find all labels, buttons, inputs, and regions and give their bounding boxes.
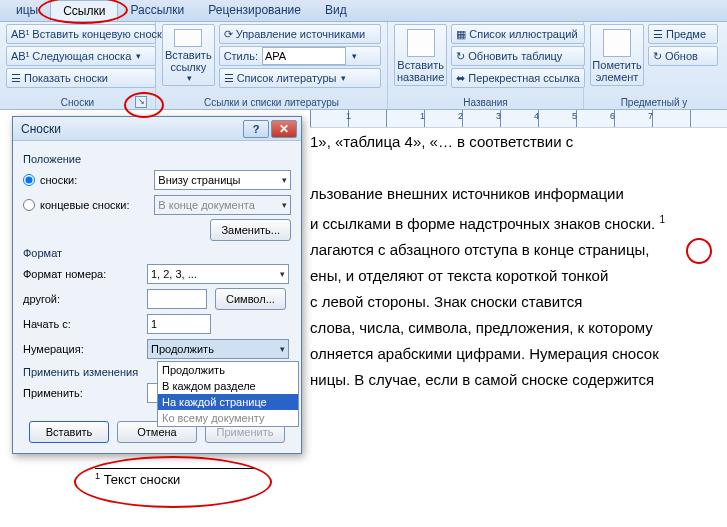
bibliography-button[interactable]: ☰Список литературы▾ [219,68,381,88]
doc-line: ены, и отделяют от текста короткой тонко… [310,264,720,288]
tab-review[interactable]: Рецензирование [196,0,313,21]
insert-button[interactable]: Вставить [29,421,109,443]
radio-footnotes-label: сноски: [40,174,154,186]
chevron-down-icon: ▾ [136,51,141,61]
number-format-select[interactable]: 1, 2, 3, ...▾ [147,264,289,284]
ribbon-tabs: ицы Ссылки Рассылки Рецензирование Вид [0,0,727,22]
endnote-location-select: В конце документа▾ [154,195,291,215]
manage-sources-button[interactable]: ⟳Управление источниками [219,24,381,44]
dialog-title: Сноски [21,122,241,136]
caption-icon [407,29,435,57]
book-icon [174,29,202,47]
show-footnotes-button[interactable]: ☰Показать сноски [6,68,156,88]
footnotes-dialog: Сноски ? ✕ Положение сноски: Внизу стран… [12,116,302,454]
help-button[interactable]: ? [243,120,269,138]
refresh-icon: ↻ [653,50,662,63]
chevron-down-icon: ▾ [282,175,287,185]
apply-to-label: Применить: [23,387,147,399]
footnote-area[interactable]: 1 Текст сноски [95,468,305,488]
group-captions: Вставить название ▦Список иллюстраций ↻О… [388,22,584,109]
doc-line: лагаются с абзацного отступа в конце стр… [310,238,720,262]
doc-line: олняется арабскими цифрами. Нумерация сн… [310,342,720,366]
group-footnotes: AB¹Вставить концевую сноску AB¹Следующая… [0,22,156,109]
group-citations: Вставить ссылку ▾ ⟳Управление источникам… [156,22,388,109]
radio-endnotes[interactable] [23,199,35,211]
tab-0[interactable]: ицы [4,0,50,21]
chevron-down-icon: ▾ [280,269,285,279]
style-select[interactable] [262,47,346,65]
cross-reference-button[interactable]: ⬌Перекрестная ссылка [451,68,585,88]
insert-citation-button[interactable]: Вставить ссылку ▾ [162,24,215,86]
close-button[interactable]: ✕ [271,120,297,138]
symbol-button[interactable]: Символ... [215,288,286,310]
insert-caption-button[interactable]: Вставить название [394,24,447,86]
custom-mark-input[interactable] [147,289,207,309]
insert-endnote-button[interactable]: AB¹Вставить концевую сноску [6,24,156,44]
numbering-option[interactable]: На каждой странице [158,394,298,410]
section-location: Положение [23,153,291,165]
document-body[interactable]: 1», «таблица 4», «… в соответствии с льз… [310,130,720,394]
doc-line: с левой стороны. Знак сноски ставится [310,290,720,314]
ribbon: AB¹Вставить концевую сноску AB¹Следующая… [0,22,727,110]
chevron-down-icon: ▾ [282,200,287,210]
group-captions-label: Названия [394,96,577,109]
tab-view[interactable]: Вид [313,0,359,21]
insert-index-button[interactable]: ☰Предме [648,24,718,44]
style-label: Стиль: [224,50,258,62]
chevron-down-icon: ▾ [187,73,192,83]
footnote-reference[interactable]: 1 [659,214,665,225]
section-format: Формат [23,247,291,259]
footnotes-dialog-launcher[interactable]: ↘ [135,96,147,108]
link-icon: ⬌ [456,72,465,85]
start-at-input[interactable] [147,314,211,334]
horizontal-ruler: 1 1 2 3 4 5 6 7 [310,110,727,128]
bookmark-icon [603,29,631,57]
footnote-text: Текст сноски [100,472,180,487]
style-row: Стиль: ▾ [219,46,381,66]
update-index-button[interactable]: ↻Обнов [648,46,718,66]
numbering-option[interactable]: Продолжить [158,362,298,378]
chevron-down-icon: ▾ [280,344,285,354]
chevron-down-icon[interactable]: ▾ [352,51,357,61]
convert-button[interactable]: Заменить... [210,219,291,241]
group-footnotes-label: Сноски [61,97,94,108]
dialog-titlebar[interactable]: Сноски ? ✕ [13,117,301,141]
refresh-icon: ↻ [456,50,465,63]
list-icon: ☰ [224,72,234,85]
tab-mailings[interactable]: Рассылки [118,0,196,21]
doc-line: слова, числа, символа, предложения, к ко… [310,316,720,340]
group-index-label: Предметный у [590,96,718,109]
numbering-label: Нумерация: [23,343,147,355]
start-at-label: Начать с: [23,318,147,330]
doc-line: льзование внешних источников информации [310,182,720,206]
radio-footnotes[interactable] [23,174,35,186]
numbering-option[interactable]: Ко всему документу [158,410,298,426]
numbering-dropdown-list: Продолжить В каждом разделе На каждой ст… [157,361,299,427]
next-footnote-button[interactable]: AB¹Следующая сноска▾ [6,46,156,66]
footnote-separator [95,468,255,469]
update-table-button[interactable]: ↻Обновить таблицу [451,46,585,66]
tab-references[interactable]: Ссылки [50,0,118,21]
list-illustrations-button[interactable]: ▦Список иллюстраций [451,24,585,44]
mark-entry-button[interactable]: Пометить элемент [590,24,644,86]
footnote-location-select[interactable]: Внизу страницы▾ [154,170,291,190]
table-icon: ▦ [456,28,466,41]
custom-mark-label: другой: [23,293,147,305]
group-index: Пометить элемент ☰Предме ↻Обнов Предметн… [584,22,724,109]
doc-line: 1», «таблица 4», «… в соответствии с [310,130,720,154]
index-icon: ☰ [653,28,663,41]
doc-line: ницы. В случае, если в самой сноске соде… [310,368,720,392]
numbering-select[interactable]: Продолжить▾ [147,339,289,359]
chevron-down-icon: ▾ [341,73,346,83]
number-format-label: Формат номера: [23,268,147,280]
gear-icon: ⟳ [224,28,233,41]
group-citations-label: Ссылки и списки литературы [162,96,381,109]
doc-line: и ссылками в форме надстрочных знаков сн… [310,208,720,236]
numbering-option[interactable]: В каждом разделе [158,378,298,394]
radio-endnotes-label: концевые сноски: [40,199,154,211]
